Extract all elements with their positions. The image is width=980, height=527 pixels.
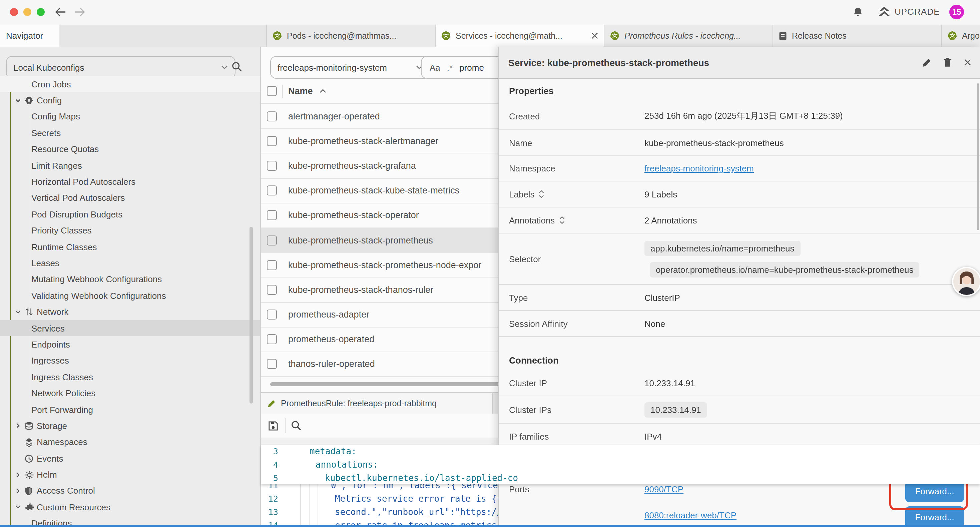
sidebar-tree-item[interactable]: Config (0, 92, 260, 109)
upgrade-button[interactable]: UPGRADE (878, 6, 940, 18)
row-checkbox[interactable] (267, 334, 277, 345)
sidebar-tree-item[interactable]: Priority Classes (0, 223, 260, 239)
name-column-header[interactable]: Name (288, 86, 313, 96)
sidebar-tree-item[interactable]: Network Policies (0, 385, 260, 401)
tree-chevron-icon[interactable] (15, 97, 25, 104)
row-checkbox[interactable] (267, 136, 277, 146)
close-window-button[interactable] (10, 8, 18, 16)
sidebar-tree-item[interactable]: Config Maps (0, 109, 260, 125)
tab-label: Prometheus Rules - icecheng... (624, 31, 767, 40)
port-link-9090[interactable]: 9090/TCP (644, 484, 684, 494)
type-row: Type ClusterIP (499, 285, 980, 311)
expand-updown-icon[interactable] (559, 216, 565, 224)
sidebar-tree-item[interactable]: Namespaces (0, 434, 260, 450)
sidebar-tree-item[interactable]: Ingresses (0, 353, 260, 369)
tree-group-icon (25, 438, 37, 447)
focus-accent-bar (0, 525, 980, 527)
sidebar-tree-item[interactable]: Custom Resources (0, 499, 260, 515)
sidebar-scrollbar[interactable] (250, 227, 253, 404)
sidebar-tree-item[interactable]: Mutating Webhook Configurations (0, 271, 260, 288)
app-tab[interactable]: Argo Se (942, 25, 980, 47)
tree-chevron-icon[interactable] (15, 455, 25, 462)
sidebar-search-icon[interactable] (231, 61, 242, 72)
kubeconfig-selector[interactable]: Local Kubeconfigs (6, 56, 235, 79)
forward-button[interactable]: Forward... (905, 506, 964, 527)
sidebar-tree-item[interactable]: Endpoints (0, 336, 260, 353)
sidebar-tree-item[interactable]: Resource Quotas (0, 141, 260, 158)
sidebar-tree-item[interactable]: Horizontal Pod Autoscalers (0, 174, 260, 190)
notification-count-badge[interactable]: 15 (949, 5, 964, 19)
sidebar-tree-item[interactable]: Limit Ranges (0, 158, 260, 174)
select-all-checkbox[interactable] (267, 86, 277, 96)
tree-chevron-icon[interactable] (15, 504, 25, 511)
regex-toggle[interactable]: .* (447, 62, 453, 72)
row-checkbox[interactable] (267, 359, 277, 369)
port-link-8080[interactable]: 8080:reloader-web/TCP (644, 510, 737, 520)
expand-updown-icon[interactable] (539, 190, 545, 198)
notifications-bell-icon[interactable] (853, 7, 863, 18)
row-checkbox[interactable] (267, 111, 277, 121)
tree-chevron-icon[interactable] (15, 471, 25, 478)
delete-trash-icon[interactable] (943, 57, 952, 67)
pencil-icon (267, 399, 275, 407)
selector-badge: operator.prometheus.io/name=kube-prometh… (650, 262, 920, 277)
back-icon[interactable] (55, 7, 66, 17)
app-tab[interactable]: Pods - icecheng@mathmas... (267, 25, 436, 47)
tree-item-label: Ingresses (31, 356, 69, 366)
row-checkbox[interactable] (267, 185, 277, 196)
app-tab[interactable]: Services - icecheng@math... (436, 25, 605, 47)
row-checkbox[interactable] (267, 235, 277, 245)
labels-row: Labels 9 Labels (499, 182, 980, 207)
sidebar-tree-item[interactable]: Port Forwarding (0, 401, 260, 418)
app-tab[interactable]: Prometheus Rules - icecheng... (605, 25, 773, 47)
tree-chevron-icon[interactable] (15, 309, 25, 315)
created-value: 253d 16h 6m ago (2025年1月13日 GMT+8 1:25:3… (644, 110, 843, 122)
sidebar-tree-item[interactable]: Vertical Pod Autoscalers (0, 190, 260, 206)
editor-sticky-scope: 3metadata: 4annotations: 5kubectl.kubern… (261, 445, 980, 484)
row-checkbox[interactable] (267, 161, 277, 171)
row-checkbox[interactable] (267, 309, 277, 320)
sidebar-tree-item[interactable]: Services (0, 320, 260, 336)
navigator-sidebar: Local Kubeconfigs Cron Jobs Config (0, 47, 261, 527)
namespace-link[interactable]: freeleaps-monitoring-system (644, 164, 754, 174)
editor-tab-prometheusrule[interactable]: PrometheusRule: freeleaps-prod-rabbitmq (261, 393, 493, 414)
navigator-panel-tab[interactable]: Navigator (0, 25, 59, 47)
sidebar-tree-item[interactable]: Events (0, 450, 260, 466)
tree-chevron-icon[interactable] (15, 439, 25, 446)
editor-search-icon[interactable] (291, 420, 302, 431)
minimize-window-button[interactable] (23, 8, 31, 16)
sidebar-tree-item[interactable]: Storage (0, 417, 260, 434)
sidebar-tree-item[interactable]: Network (0, 304, 260, 320)
tab-resource-icon (778, 31, 787, 40)
sort-ascending-icon[interactable] (320, 89, 326, 93)
save-icon[interactable] (268, 420, 278, 431)
sidebar-tree-item[interactable]: Cron Jobs (0, 76, 260, 92)
detail-scrollbar[interactable] (977, 83, 979, 230)
tree-group-icon (25, 422, 37, 430)
sidebar-tree-item[interactable]: Helm (0, 466, 260, 483)
app-tab[interactable]: Release Notes (773, 25, 942, 47)
detail-title: Service: kube-prometheus-stack-prometheu… (508, 57, 910, 68)
sidebar-tree-item[interactable]: Runtime Classes (0, 239, 260, 255)
tree-chevron-icon[interactable] (15, 488, 25, 494)
forward-icon[interactable] (74, 7, 85, 17)
sidebar-tree-item[interactable]: Validating Webhook Configurations (0, 288, 260, 304)
row-checkbox[interactable] (267, 260, 277, 270)
sidebar-tree-item[interactable]: Leases (0, 255, 260, 272)
avatar[interactable] (952, 267, 980, 296)
namespace-selector[interactable]: freeleaps-monitoring-system (270, 56, 430, 79)
tree-chevron-icon[interactable] (15, 423, 25, 429)
sidebar-tree-item[interactable]: Access Control (0, 483, 260, 499)
tree-item-label: Priority Classes (31, 226, 92, 236)
close-tab-icon[interactable] (591, 32, 598, 39)
annotations-row: Annotations 2 Annotations (499, 207, 980, 234)
sidebar-tree-item[interactable]: Secrets (0, 125, 260, 141)
edit-pencil-icon[interactable] (922, 58, 931, 67)
row-checkbox[interactable] (267, 210, 277, 220)
match-case-toggle[interactable]: Aa (430, 62, 440, 72)
maximize-window-button[interactable] (37, 8, 45, 16)
close-drawer-icon[interactable] (964, 59, 971, 66)
row-checkbox[interactable] (267, 285, 277, 295)
sidebar-tree-item[interactable]: Ingress Classes (0, 369, 260, 385)
sidebar-tree-item[interactable]: Pod Disruption Budgets (0, 206, 260, 223)
